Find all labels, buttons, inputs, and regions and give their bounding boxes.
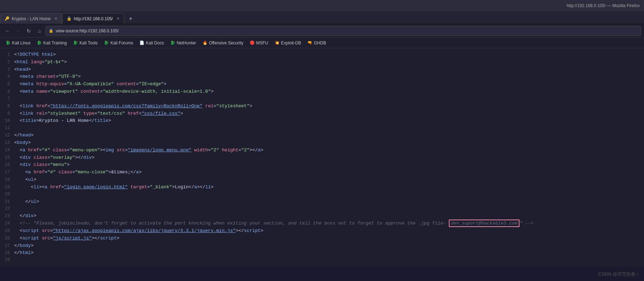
bookmark-nethunter[interactable]: 🐉 NetHunter bbox=[167, 40, 199, 46]
bookmark-ghdb-label: GHDB bbox=[314, 40, 326, 45]
line-number: 2 bbox=[0, 59, 14, 66]
source-line-3: 3<head> bbox=[0, 66, 644, 74]
source-line-26: 26 <script src="js/script.js"></script> bbox=[0, 235, 644, 242]
line-number: 24 bbox=[0, 220, 14, 227]
bookmark-kali-linux[interactable]: 🐉 Kali Linux bbox=[3, 40, 33, 46]
source-line-2: 2<html lang="pt-br"> bbox=[0, 59, 644, 66]
tab-close-btn[interactable]: ✕ bbox=[54, 16, 57, 21]
line-number: 21 bbox=[0, 199, 14, 205]
kali-training-icon: 🐉 bbox=[37, 40, 42, 45]
line-content: <div class="overlay"></div> bbox=[14, 154, 94, 162]
new-tab-button[interactable]: + bbox=[126, 14, 136, 24]
line-number: 8 bbox=[0, 103, 14, 110]
line-content: <script src="js/script.js"></script> bbox=[14, 235, 120, 242]
bookmark-exploit-db[interactable]: 💥 Exploit-DB bbox=[272, 40, 304, 46]
source-line-6: 6 <meta name="viewport" content="width=d… bbox=[0, 88, 644, 96]
lock-icon: 🔒 bbox=[49, 28, 54, 33]
line-number: 23 bbox=[0, 213, 14, 220]
titlebar-text: http://192.168.0.105/ — Mozilla Firefox bbox=[567, 3, 640, 8]
tab-source-close-btn[interactable]: ✕ bbox=[116, 16, 120, 21]
line-number: 13 bbox=[0, 140, 14, 146]
navbar: ← → ↻ ⌂ 🔒 view-source:http://192.168.0.1… bbox=[0, 24, 644, 38]
source-line-1: 1<!DOCTYPE html> bbox=[0, 51, 644, 59]
tab-favicon: 🔑 bbox=[5, 16, 10, 21]
line-number: 7 bbox=[0, 96, 14, 102]
kali-forums-icon: 🐉 bbox=[104, 40, 109, 45]
source-line-5: 5 <meta http-equiv="X-UA-Compatible" con… bbox=[0, 81, 644, 88]
tab-source-label: http://192.168.0.105/ bbox=[74, 16, 113, 21]
source-line-10: 10 <title>Kryptos - LAN Home</title> bbox=[0, 117, 644, 125]
ghdb-icon: 🔫 bbox=[307, 40, 312, 45]
line-number: 16 bbox=[0, 162, 14, 168]
source-line-13: 13<body> bbox=[0, 139, 644, 147]
source-line-7: 7 bbox=[0, 96, 644, 103]
back-button[interactable]: ← bbox=[3, 26, 12, 36]
source-code-view: 1<!DOCTYPE html>2<html lang="pt-br">3<he… bbox=[0, 48, 644, 267]
bookmark-kali-forums[interactable]: 🐉 Kali Forums bbox=[101, 40, 136, 46]
line-content: <head> bbox=[14, 66, 31, 74]
source-line-23: 23 </div> bbox=[0, 212, 644, 220]
source-line-24: 24 <!-- "Please, jubiscleudo, don't forg… bbox=[0, 220, 644, 227]
source-line-8: 8 <link href="https://fonts.googleapis.c… bbox=[0, 103, 644, 110]
line-content: <div class="menu"> bbox=[14, 161, 70, 169]
line-number: 1 bbox=[0, 52, 14, 58]
forward-button[interactable]: → bbox=[13, 26, 23, 36]
line-content: <li><a href="login_page/login.html" targ… bbox=[14, 184, 214, 191]
bookmark-kali-training[interactable]: 🐉 Kali Training bbox=[34, 40, 70, 46]
reload-button[interactable]: ↻ bbox=[24, 26, 33, 36]
line-content: <meta charset="UTF-8"> bbox=[14, 73, 81, 81]
exploit-db-icon: 💥 bbox=[275, 40, 280, 45]
bookmark-nethunter-label: NetHunter bbox=[177, 40, 196, 45]
bookmark-kali-docs[interactable]: 📄 Kali Docs bbox=[137, 40, 167, 46]
kali-linux-icon: 🐉 bbox=[6, 40, 11, 45]
bookmark-ghdb[interactable]: 🔫 GHDB bbox=[304, 40, 329, 46]
line-content: <meta name="viewport" content="width=dev… bbox=[14, 88, 214, 96]
tab-source[interactable]: 🔒 http://192.168.0.105/ ✕ bbox=[62, 13, 124, 24]
bookmarks-bar: 🐉 Kali Linux 🐉 Kali Training 🐉 Kali Tool… bbox=[0, 38, 644, 48]
tabbar: 🔑 Kryptos - LAN Home ✕ 🔒 http://192.168.… bbox=[0, 11, 644, 24]
titlebar: http://192.168.0.105/ — Mozilla Firefox bbox=[0, 0, 644, 11]
line-number: 25 bbox=[0, 228, 14, 234]
bookmark-kali-linux-label: Kali Linux bbox=[12, 40, 31, 45]
line-number: 18 bbox=[0, 177, 14, 183]
offensive-security-icon: 🔥 bbox=[203, 40, 208, 45]
line-number: 10 bbox=[0, 118, 14, 124]
line-content: <a href="#" class="menu-close">&times;</… bbox=[14, 169, 142, 176]
line-number: 19 bbox=[0, 184, 14, 191]
tab-source-favicon: 🔒 bbox=[67, 16, 72, 21]
source-line-15: 15 <div class="overlay"></div> bbox=[0, 154, 644, 162]
bookmark-offensive-security[interactable]: 🔥 Offensive Security bbox=[200, 40, 246, 46]
source-line-19: 19 <li><a href="login_page/login.html" t… bbox=[0, 184, 644, 191]
bookmark-kali-tools-label: Kali Tools bbox=[79, 40, 98, 45]
line-number: 26 bbox=[0, 235, 14, 242]
line-content: <body> bbox=[14, 139, 31, 147]
line-content: <html lang="pt-br"> bbox=[14, 59, 67, 66]
kali-tools-icon: 🐉 bbox=[73, 40, 78, 45]
line-number: 12 bbox=[0, 132, 14, 139]
bookmark-msfu[interactable]: 🔴 MSFU bbox=[247, 40, 271, 46]
line-number: 29 bbox=[0, 257, 14, 264]
address-bar[interactable]: 🔒 view-source:http://192.168.0.105/ bbox=[45, 26, 641, 36]
line-content: <title>Kryptos - LAN Home</title> bbox=[14, 117, 111, 125]
line-content: </head> bbox=[14, 132, 34, 139]
source-line-25: 25 <script src="https://ajax.googleapis.… bbox=[0, 227, 644, 235]
line-content: <!-- "Please, jubiscleudo, don't forget … bbox=[14, 220, 533, 227]
line-content: <!DOCTYPE html> bbox=[14, 51, 56, 59]
bookmark-offensive-security-label: Offensive Security bbox=[209, 40, 243, 45]
bookmark-msfu-label: MSFU bbox=[256, 40, 268, 45]
line-number: 5 bbox=[0, 81, 14, 88]
msfu-icon: 🔴 bbox=[250, 40, 255, 45]
footer-watermark: CSDN @茫茫的鱼 \ bbox=[598, 271, 638, 277]
source-line-22: 22 bbox=[0, 205, 644, 212]
home-button[interactable]: ⌂ bbox=[35, 26, 44, 36]
source-line-11: 11 bbox=[0, 125, 644, 132]
line-content: <link href="https://fonts.googleapis.com… bbox=[14, 103, 252, 110]
tab-label: Kryptos - LAN Home bbox=[12, 16, 51, 21]
source-line-14: 14 <a href="#" class="menu-open"><img sr… bbox=[0, 147, 644, 154]
line-content: <link rel="stylesheet" type="text/css" h… bbox=[14, 110, 183, 118]
bookmark-kali-tools[interactable]: 🐉 Kali Tools bbox=[70, 40, 100, 46]
source-line-4: 4 <meta charset="UTF-8"> bbox=[0, 73, 644, 81]
line-number: 6 bbox=[0, 88, 14, 95]
line-number: 3 bbox=[0, 66, 14, 73]
tab-kryptos[interactable]: 🔑 Kryptos - LAN Home ✕ bbox=[0, 13, 62, 24]
